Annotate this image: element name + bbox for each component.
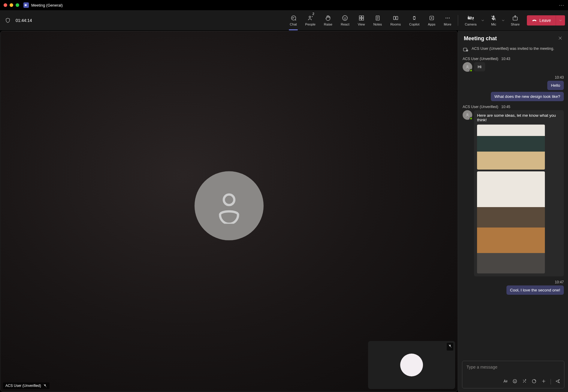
- share-icon: [512, 15, 518, 21]
- svg-point-3: [343, 15, 348, 20]
- message-bubble[interactable]: Hello: [547, 81, 564, 90]
- notes-label: Notes: [373, 23, 382, 26]
- notes-icon: [374, 15, 381, 21]
- minimize-window-button[interactable]: [10, 3, 13, 7]
- message-bubble[interactable]: What does the new design look like?: [491, 92, 564, 101]
- chat-label: Chat: [290, 23, 297, 26]
- chat-panel: Meeting chat ACS User (Unverified) was i…: [458, 31, 568, 392]
- mic-dropdown[interactable]: [501, 18, 506, 23]
- loop-button[interactable]: [531, 378, 537, 385]
- raise-hand-button[interactable]: Raise: [320, 10, 337, 30]
- msg-sender: ACS User (Unverified): [463, 57, 498, 61]
- people-count: 2: [313, 12, 314, 16]
- svg-text:T: T: [25, 4, 26, 6]
- sender-avatar: [463, 110, 472, 120]
- svg-rect-8: [359, 18, 361, 20]
- message-input[interactable]: [462, 361, 564, 377]
- camera-label: Camera: [465, 23, 476, 26]
- titlebar: T Meeting (General) ···: [0, 0, 568, 10]
- system-message-text: ACS User (Unverified) was invited to the…: [472, 47, 554, 53]
- close-window-button[interactable]: [4, 3, 7, 7]
- leave-dropdown[interactable]: [556, 15, 565, 26]
- rooms-label: Rooms: [390, 23, 401, 26]
- maximize-window-button[interactable]: [16, 3, 19, 7]
- copilot-icon: [411, 15, 418, 21]
- apps-label: Apps: [428, 23, 435, 26]
- call-duration: 01:44:14: [16, 18, 32, 23]
- apps-button[interactable]: Apps: [424, 10, 440, 30]
- svg-point-15: [447, 17, 448, 18]
- svg-point-4: [344, 17, 344, 17]
- chat-close-button[interactable]: [558, 36, 563, 42]
- people-tab[interactable]: 2 People: [301, 10, 320, 30]
- svg-point-5: [346, 17, 346, 17]
- view-button[interactable]: View: [354, 10, 369, 30]
- self-avatar: [400, 354, 423, 376]
- window-controls: [4, 3, 19, 7]
- self-mic-muted-icon: [447, 343, 453, 351]
- camera-dropdown[interactable]: [481, 18, 486, 23]
- chat-panel-title: Meeting chat: [464, 35, 497, 42]
- participant-name-text: ACS User (Unverified): [5, 384, 41, 388]
- system-message: ACS User (Unverified) was invited to the…: [463, 47, 564, 53]
- attachment-image-2[interactable]: [477, 171, 545, 273]
- mic-button[interactable]: Mic: [486, 10, 501, 30]
- meeting-toolbar: 01:44:14 Chat 2 People Raise React View …: [0, 10, 568, 31]
- message-bubble[interactable]: Cool, I love the second one!: [506, 285, 564, 295]
- grid-icon: [358, 15, 365, 21]
- camera-button[interactable]: Camera: [461, 10, 481, 30]
- self-video-tile[interactable]: [368, 341, 455, 389]
- react-button[interactable]: React: [337, 10, 354, 30]
- copilot-button[interactable]: Copilot: [405, 10, 424, 30]
- copilot-compose-button[interactable]: [522, 378, 527, 385]
- attachment-image-1[interactable]: [477, 125, 545, 170]
- chat-messages[interactable]: ACS User (Unverified) was invited to the…: [458, 47, 568, 357]
- teams-app-icon: T: [23, 2, 29, 8]
- notes-button[interactable]: Notes: [369, 10, 386, 30]
- toolbar-divider: [458, 15, 458, 26]
- svg-rect-7: [361, 16, 363, 17]
- svg-rect-12: [396, 16, 397, 20]
- rooms-icon: [392, 15, 399, 21]
- apps-icon: [428, 15, 435, 21]
- svg-rect-9: [361, 18, 363, 20]
- camera-off-icon: [467, 15, 474, 21]
- add-button[interactable]: [541, 378, 546, 385]
- hand-icon: [325, 15, 331, 21]
- video-stage: ACS User (Unverified): [0, 31, 458, 392]
- svg-rect-11: [393, 16, 395, 20]
- hangup-icon: [532, 18, 537, 23]
- leave-button[interactable]: Leave: [527, 15, 556, 26]
- svg-point-26: [513, 379, 517, 383]
- svg-point-14: [446, 17, 446, 18]
- message-bubble[interactable]: Here are some ideas, let me know what yo…: [474, 110, 564, 276]
- window-title: Meeting (General): [31, 3, 63, 8]
- message-bubble[interactable]: Hi: [474, 62, 485, 71]
- more-icon: [444, 15, 451, 21]
- people-label: People: [305, 23, 316, 26]
- titlebar-more-button[interactable]: ···: [559, 2, 564, 8]
- compose-divider: [551, 379, 551, 384]
- shield-icon[interactable]: [5, 17, 11, 23]
- msg-time: 10:43: [555, 75, 564, 80]
- compose-box: [462, 361, 564, 388]
- copilot-label: Copilot: [409, 23, 419, 26]
- more-button[interactable]: More: [440, 10, 455, 30]
- invite-icon: [463, 47, 469, 53]
- rooms-button[interactable]: Rooms: [386, 10, 405, 30]
- emoji-button[interactable]: [512, 378, 518, 385]
- share-label: Share: [511, 23, 519, 26]
- send-button[interactable]: [555, 378, 560, 385]
- sender-avatar: [463, 62, 472, 72]
- raise-label: Raise: [324, 23, 332, 26]
- react-label: React: [341, 23, 349, 26]
- format-button[interactable]: [503, 378, 508, 385]
- svg-point-28: [515, 381, 516, 381]
- participant-avatar: [195, 171, 264, 240]
- emoji-icon: [342, 15, 348, 21]
- msg-sender: ACS User (Unverified): [463, 105, 498, 109]
- svg-point-25: [467, 114, 468, 115]
- chat-tab[interactable]: Chat: [286, 10, 301, 30]
- chat-icon: [290, 15, 297, 21]
- share-button[interactable]: Share: [506, 10, 524, 30]
